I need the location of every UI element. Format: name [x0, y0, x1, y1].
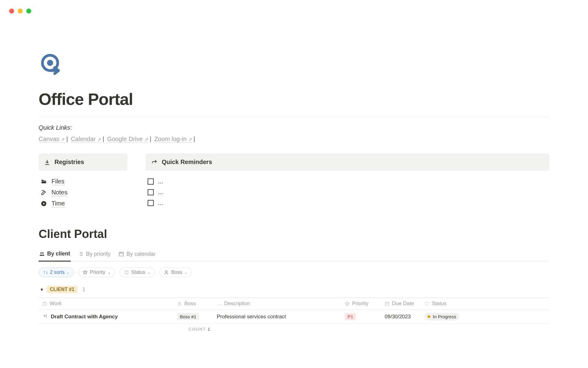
sort-icon: ↑↓ — [43, 270, 48, 275]
svg-point-8 — [179, 302, 180, 304]
svg-rect-7 — [43, 303, 47, 305]
count-label: COUNT — [39, 327, 206, 332]
column-header-priority[interactable]: Priority — [341, 298, 381, 310]
list-icon — [78, 251, 84, 257]
reminder-item[interactable]: ... — [146, 187, 549, 197]
svg-point-3 — [40, 252, 42, 254]
registry-item-label: Files — [51, 178, 64, 185]
group-icon — [39, 251, 45, 257]
status-dot-icon — [428, 315, 430, 318]
tab-by-calendar[interactable]: By calendar — [118, 249, 156, 261]
database-tabs: By client By priority By calendar — [39, 249, 549, 261]
page-logo — [39, 52, 63, 77]
cell-priority-tag: P1 — [345, 313, 356, 320]
reminder-text: ... — [158, 199, 163, 206]
registry-item-files[interactable]: Files — [39, 176, 127, 187]
reminder-item[interactable]: ... — [146, 176, 549, 187]
quick-link-canvas[interactable]: Canvas ↗ — [39, 136, 65, 143]
column-header-work[interactable]: Work — [39, 298, 173, 310]
section-title-client-portal: Client Portal — [39, 228, 549, 241]
star-icon — [83, 270, 88, 275]
registry-item-notes[interactable]: Notes — [39, 187, 127, 198]
tab-by-priority[interactable]: By priority — [77, 249, 111, 261]
quick-links-heading: Quick Links: — [39, 124, 549, 131]
column-header-description[interactable]: ⋯ Description — [213, 298, 341, 310]
calendar-icon — [385, 301, 390, 306]
folder-icon — [40, 178, 47, 185]
star-icon — [345, 301, 350, 306]
quick-link-google-drive[interactable]: Google Drive ↗ — [107, 136, 149, 143]
cell-work-title: Draft Contract with Agency — [51, 314, 118, 320]
download-icon — [44, 159, 50, 165]
table-row[interactable]: Draft Contract with Agency Boss #1 Profe… — [39, 310, 549, 324]
cell-boss-tag: Boss #1 — [177, 313, 199, 320]
svg-rect-9 — [385, 302, 389, 305]
collapse-toggle-icon[interactable]: ▼ — [40, 287, 44, 292]
registry-item-label: Time — [51, 200, 65, 207]
svg-point-1 — [47, 60, 53, 66]
registry-item-label: Notes — [51, 189, 67, 196]
quick-links-row: Canvas ↗| Calendar ↗| Google Drive ↗| Zo… — [39, 136, 549, 143]
chevron-down-icon: ⌄ — [185, 270, 187, 274]
database-table: Work Boss ⋯ Des — [39, 297, 549, 324]
group-label: CLIENT #1 — [47, 286, 77, 293]
page-icon — [42, 313, 48, 320]
svg-point-6 — [165, 271, 167, 272]
chevron-down-icon: ⌄ — [108, 270, 111, 274]
play-icon — [40, 201, 47, 207]
minimize-window-button[interactable] — [18, 9, 23, 13]
checkbox-icon[interactable] — [148, 189, 154, 195]
cell-status-pill: In Progress — [424, 313, 459, 320]
reminder-text: ... — [158, 189, 163, 196]
column-header-boss[interactable]: Boss — [173, 298, 213, 310]
chevron-down-icon: ⌄ — [66, 270, 69, 274]
column-header-status[interactable]: Status — [421, 298, 470, 310]
person-icon — [177, 301, 182, 306]
filter-boss[interactable]: Boss ⌄ — [159, 267, 192, 277]
reminders-heading: Quick Reminders — [146, 154, 549, 171]
more-icon: ⋯ — [217, 301, 222, 306]
reminder-item[interactable]: ... — [146, 197, 549, 208]
close-window-button[interactable] — [9, 9, 14, 13]
checkbox-icon[interactable] — [148, 178, 154, 185]
maximize-window-button[interactable] — [26, 9, 31, 13]
group-header[interactable]: ▼ CLIENT #1 1 — [39, 286, 549, 293]
group-count: 1 — [81, 287, 85, 292]
svg-point-4 — [42, 252, 44, 254]
person-icon — [164, 270, 169, 275]
cell-description: Professional services contract — [213, 310, 341, 324]
table-footer: COUNT 1 — [39, 324, 549, 332]
registry-item-time[interactable]: Time — [39, 198, 127, 209]
count-value: 1 — [206, 327, 210, 332]
spinner-icon — [424, 301, 429, 306]
column-header-due-date[interactable]: Due Date — [381, 298, 421, 310]
window-controls — [9, 9, 31, 13]
sorts-button[interactable]: ↑↓ 2 sorts ⌄ — [39, 267, 74, 277]
chevron-down-icon: ⌄ — [148, 270, 150, 274]
cell-due-date: 09/30/2023 — [381, 310, 421, 324]
filter-priority[interactable]: Priority ⌄ — [78, 267, 115, 277]
checkbox-icon[interactable] — [148, 200, 154, 206]
page-title: Office Portal — [39, 90, 549, 109]
tab-by-client[interactable]: By client — [39, 249, 71, 262]
calendar-icon — [119, 251, 124, 257]
arrow-redo-icon — [151, 159, 157, 165]
divider — [39, 117, 549, 117]
registries-heading: Registries — [39, 154, 127, 171]
spinner-icon — [124, 270, 129, 275]
filter-status[interactable]: Status ⌄ — [119, 267, 155, 277]
quick-link-zoom[interactable]: Zoom log-in ↗ — [154, 136, 192, 143]
edit-icon — [40, 190, 47, 196]
svg-rect-5 — [119, 252, 123, 256]
quick-link-calendar[interactable]: Calendar ↗ — [71, 136, 101, 143]
column-header-add[interactable] — [470, 298, 549, 310]
briefcase-icon — [42, 301, 47, 306]
reminder-text: ... — [158, 178, 163, 185]
